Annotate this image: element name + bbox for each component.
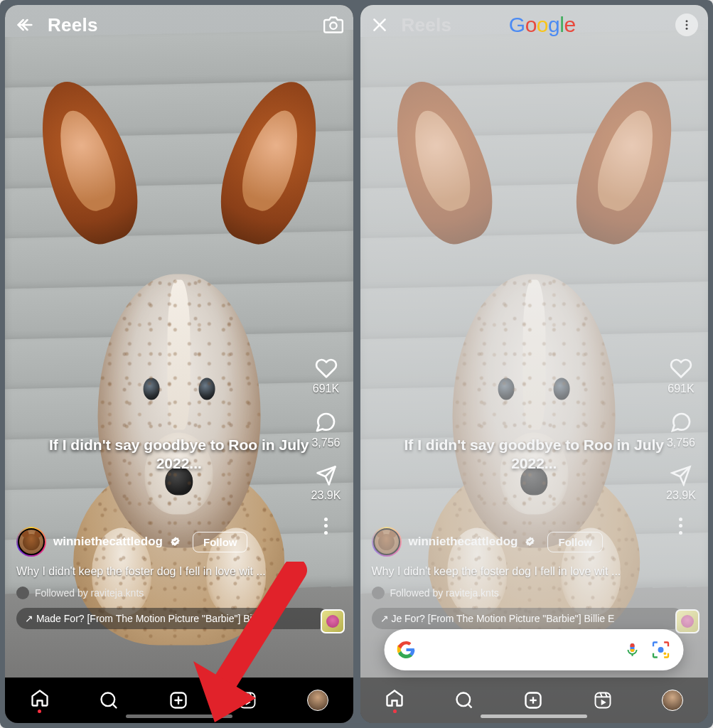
nav-reels-icon[interactable] xyxy=(237,690,257,710)
comment-icon xyxy=(670,411,692,434)
nav-reels-icon xyxy=(593,690,613,710)
followed-by-text: Followed by raviteja.knts xyxy=(390,587,499,599)
nav-create-icon xyxy=(523,690,543,710)
share-count: 23.9K xyxy=(666,489,696,502)
reel-footer: winniethecattledog Follow Why I didn't k… xyxy=(360,527,660,629)
nav-profile-avatar[interactable] xyxy=(307,690,328,711)
verified-badge-icon xyxy=(170,536,181,547)
author-username: winniethecattledog xyxy=(409,535,518,549)
camera-icon[interactable] xyxy=(323,15,343,35)
svg-point-2 xyxy=(330,23,336,29)
follow-button[interactable]: Follow xyxy=(193,532,248,552)
followed-by-row: Followed by raviteja.knts xyxy=(372,587,649,599)
share-plane-icon[interactable] xyxy=(316,465,337,486)
svg-point-31 xyxy=(686,28,688,30)
share-count: 23.9K xyxy=(311,489,341,502)
svg-rect-22 xyxy=(595,693,610,708)
google-search-bar[interactable] xyxy=(385,629,684,670)
comment-icon[interactable] xyxy=(314,411,337,434)
comment-count: 3,756 xyxy=(667,437,695,449)
reels-header: Reels xyxy=(5,5,353,45)
author-avatar xyxy=(372,527,402,557)
microphone-icon[interactable] xyxy=(624,641,641,658)
google-logo: Google xyxy=(509,13,576,36)
nav-home-icon[interactable] xyxy=(30,688,50,713)
svg-point-30 xyxy=(686,24,688,26)
author-username[interactable]: winniethecattledog xyxy=(53,535,163,549)
author-avatar[interactable] xyxy=(16,527,46,557)
reel-description: Why I didn't keep the foster dog I fell … xyxy=(372,564,649,579)
svg-marker-14 xyxy=(246,700,251,705)
svg-point-33 xyxy=(664,652,667,655)
reels-title: Reels xyxy=(48,14,98,36)
like-heart-icon xyxy=(670,357,692,380)
notification-dot-icon xyxy=(393,710,397,713)
more-options-icon[interactable] xyxy=(324,518,328,535)
phone-right-google-overlay: If I didn't say goodbye to Roo in July 2… xyxy=(360,5,709,723)
nav-create-icon[interactable] xyxy=(168,690,188,710)
assistant-more-icon[interactable] xyxy=(675,14,698,36)
engagement-rail: 691K 3,756 23.9K xyxy=(305,357,348,535)
svg-point-32 xyxy=(658,647,664,653)
svg-marker-26 xyxy=(601,700,606,705)
svg-point-29 xyxy=(686,20,688,22)
back-arrow-icon[interactable] xyxy=(15,15,35,35)
followed-by-row[interactable]: Followed by raviteja.knts xyxy=(16,587,294,599)
audio-track-text: ↗ Je For? [From The Motion Picture "Barb… xyxy=(380,613,615,624)
svg-rect-10 xyxy=(240,693,255,708)
comment-count: 3,756 xyxy=(311,437,340,449)
reel-footer: winniethecattledog Follow Why I didn't k… xyxy=(5,527,305,629)
like-heart-icon[interactable] xyxy=(315,357,338,380)
video-caption: If I didn't say goodbye to Roo in July 2… xyxy=(395,436,673,473)
reel-description[interactable]: Why I didn't keep the foster dog I fell … xyxy=(16,564,294,579)
svg-point-17 xyxy=(456,693,470,707)
gesture-handle[interactable] xyxy=(126,714,232,718)
verified-badge-icon xyxy=(525,536,536,547)
more-options-icon xyxy=(679,518,683,535)
assistant-header: Reels Google xyxy=(360,5,709,45)
nav-search-icon[interactable] xyxy=(99,690,119,710)
audio-thumbnail xyxy=(675,609,699,633)
follower-avatar-icon xyxy=(16,587,29,599)
share-plane-icon xyxy=(670,465,692,486)
google-g-icon xyxy=(397,641,416,659)
like-count: 691K xyxy=(313,382,339,395)
like-count: 691K xyxy=(668,382,694,395)
engagement-rail: 691K 3,756 23.9K xyxy=(660,357,702,535)
google-lens-icon[interactable] xyxy=(651,640,671,660)
comparison-container: Reels If I didn't say goodbye to Roo in … xyxy=(0,0,713,728)
nav-search-icon xyxy=(454,690,474,710)
gesture-handle[interactable] xyxy=(481,714,587,718)
audio-pill[interactable]: ↗ Made For? [From The Motion Picture "Ba… xyxy=(16,608,329,629)
nav-home-icon xyxy=(385,688,404,713)
audio-thumbnail[interactable] xyxy=(321,609,345,633)
audio-track-text: ↗ Made For? [From The Motion Picture "Ba… xyxy=(25,613,259,624)
follow-button: Follow xyxy=(547,532,603,552)
close-icon[interactable] xyxy=(370,16,389,34)
svg-line-18 xyxy=(468,704,471,707)
followed-by-text: Followed by raviteja.knts xyxy=(35,587,144,599)
video-caption: If I didn't say goodbye to Roo in July 2… xyxy=(40,436,318,473)
svg-line-6 xyxy=(113,704,117,707)
phone-left-reels: Reels If I didn't say goodbye to Roo in … xyxy=(5,5,353,723)
audio-pill: ↗ Je For? [From The Motion Picture "Barb… xyxy=(372,608,685,629)
notification-dot-icon xyxy=(38,710,41,713)
follower-avatar-icon xyxy=(372,587,385,599)
nav-profile-avatar xyxy=(662,690,683,711)
